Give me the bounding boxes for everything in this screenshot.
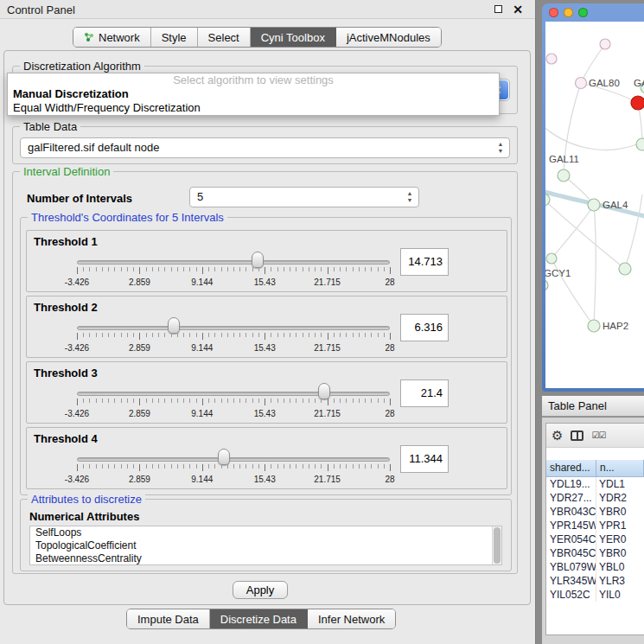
slider-track[interactable]	[77, 457, 390, 462]
scrollbar-thumb[interactable]	[494, 527, 501, 564]
node-hap2[interactable]	[588, 320, 600, 332]
list-item-betweennesscentrality[interactable]: BetweennessCentrality	[30, 552, 501, 565]
dropdown-option-manual-discretization[interactable]: Manual Discretization	[8, 87, 499, 101]
cell[interactable]: YER054C	[546, 532, 596, 546]
cell[interactable]: YDL1	[596, 477, 644, 491]
slider-scale: -3.426 2.859 9.144 15.43 21.715 28	[77, 277, 390, 288]
node[interactable]	[546, 54, 557, 64]
scale-tick-label: 28	[385, 475, 394, 484]
node-label: GA	[634, 78, 644, 88]
column-header-shared-name[interactable]: shared...	[546, 460, 596, 477]
tab-network[interactable]: Network	[73, 28, 151, 47]
cell[interactable]: YDR2	[596, 491, 644, 505]
group-title: Interval Definition	[20, 165, 113, 178]
scale-tick-label: -3.426	[65, 475, 89, 484]
cell[interactable]: YPR145W	[546, 519, 596, 532]
node-gal11[interactable]	[558, 169, 570, 182]
threshold-3-value-field[interactable]: 21.4	[400, 379, 449, 407]
tab-infer-network[interactable]: Infer Network	[308, 609, 395, 628]
cell[interactable]: YBR045C	[546, 546, 596, 560]
list-scrollbar[interactable]	[492, 526, 501, 564]
cell[interactable]: YBR043C	[546, 505, 596, 519]
table-row[interactable]: YBL079WYBL0	[546, 560, 644, 574]
node-gal4[interactable]	[588, 199, 600, 211]
node[interactable]	[545, 280, 548, 290]
tab-select[interactable]: Select	[198, 28, 251, 47]
gear-icon[interactable]: ⚙	[552, 429, 563, 442]
slider-track[interactable]	[77, 392, 390, 396]
column-header-name[interactable]: n...	[596, 460, 644, 477]
cell[interactable]: YPR1	[596, 519, 644, 532]
tab-jactivemnodules[interactable]: jActiveMNodules	[336, 28, 441, 47]
table-row[interactable]: YBR045CYBR0	[546, 546, 644, 560]
table-row[interactable]: YIL052CYIL0	[546, 588, 644, 602]
tab-style[interactable]: Style	[151, 28, 198, 47]
scale-tick-label: 28	[385, 409, 394, 418]
table-row[interactable]: YLR345WYLR3	[546, 574, 644, 588]
cell[interactable]: YBL0	[596, 560, 644, 574]
float-window-icon[interactable]	[494, 5, 502, 13]
cell[interactable]: YBL079W	[546, 560, 596, 574]
selected-table: galFiltered.sif default node	[28, 138, 490, 157]
scale-tick-label: 21.715	[314, 343, 341, 353]
selected-node[interactable]	[631, 96, 644, 110]
table-data-group: Table Data galFiltered.sif default node …	[12, 126, 518, 164]
node-gal80[interactable]	[576, 78, 587, 89]
close-icon[interactable]: ✕	[513, 3, 523, 16]
table-row[interactable]: YDR27...YDR2	[546, 491, 644, 505]
cell[interactable]: YDL19...	[546, 477, 596, 491]
cell[interactable]: YIL052C	[546, 588, 596, 602]
threshold-label: Threshold 3	[34, 367, 98, 379]
table-row[interactable]: YDL19...YDL1	[546, 477, 644, 491]
cell[interactable]: YDR27...	[546, 491, 596, 505]
number-of-intervals-select[interactable]: 5 ▲▼	[189, 187, 419, 207]
close-window-icon[interactable]	[549, 8, 558, 17]
attributes-list[interactable]: SelfLoops TopologicalCoefficient Between…	[29, 526, 502, 565]
list-item-topologicalcoefficient[interactable]: TopologicalCoefficient	[30, 539, 501, 552]
scale-tick-label: 21.715	[314, 475, 341, 484]
group-title: Threshold's Coordinates for 5 Intervals	[28, 211, 227, 224]
network-canvas[interactable]: GAL80 GA GAL11 GAL4 GCY1 HAP2	[545, 22, 644, 388]
zoom-window-icon[interactable]	[578, 8, 588, 17]
threshold-1-value-field[interactable]: 14.713	[400, 248, 449, 276]
cell[interactable]: YIL0	[596, 588, 644, 602]
table-row[interactable]: YER054CYER0	[546, 532, 644, 546]
checkbox-icons[interactable]: ☑☑	[591, 430, 605, 440]
cell[interactable]: YLR345W	[546, 574, 596, 588]
slider-handle[interactable]	[318, 383, 330, 399]
threshold-2-value-field[interactable]: 6.316	[400, 314, 449, 341]
cell[interactable]: YBR0	[596, 505, 644, 519]
node-gcy1[interactable]	[546, 253, 557, 264]
group-title: Attributes to discretize	[28, 493, 145, 506]
cell[interactable]: YLR3	[596, 574, 644, 588]
node[interactable]	[619, 263, 631, 275]
slider-handle[interactable]	[168, 317, 180, 334]
threshold-4-value-field[interactable]: 11.344	[400, 445, 449, 473]
slider-handle[interactable]	[252, 252, 264, 268]
control-panel-window: Control Panel ✕ Network Style Select Cyn…	[0, 0, 536, 644]
table-row[interactable]: YPR145WYPR1	[546, 519, 644, 532]
list-item-selfloops[interactable]: SelfLoops	[30, 526, 501, 539]
scale-tick-label: 2.859	[129, 475, 150, 484]
tab-label: Discretize Data	[220, 613, 296, 626]
scale-tick-label: 15.43	[254, 409, 276, 418]
slider-track[interactable]	[77, 326, 390, 330]
table-toolbar: ⚙ ☑☑	[546, 424, 644, 448]
cell[interactable]: YBR0	[596, 546, 644, 560]
node[interactable]	[636, 138, 644, 150]
columns-icon[interactable]	[571, 430, 583, 441]
cell[interactable]: YER0	[596, 532, 644, 546]
algorithm-dropdown-list: Select algorithm to view settings Manual…	[7, 73, 500, 116]
slider-track[interactable]	[77, 260, 390, 265]
tab-cyni-toolbox[interactable]: Cyni Toolbox	[251, 28, 336, 47]
minimize-window-icon[interactable]	[564, 8, 573, 17]
tab-discretize-data[interactable]: Discretize Data	[210, 609, 308, 628]
dropdown-option-equal-width-frequency[interactable]: Equal Width/Frequency Discretization	[8, 101, 499, 115]
tab-impute-data[interactable]: Impute Data	[127, 609, 210, 628]
apply-button[interactable]: Apply	[233, 581, 288, 599]
node[interactable]	[600, 39, 610, 49]
table-data-select[interactable]: galFiltered.sif default node ▲▼	[20, 137, 510, 158]
slider-handle[interactable]	[218, 449, 230, 465]
table-row[interactable]: YBR043CYBR0	[546, 505, 644, 519]
threshold-label: Threshold 2	[34, 301, 98, 314]
